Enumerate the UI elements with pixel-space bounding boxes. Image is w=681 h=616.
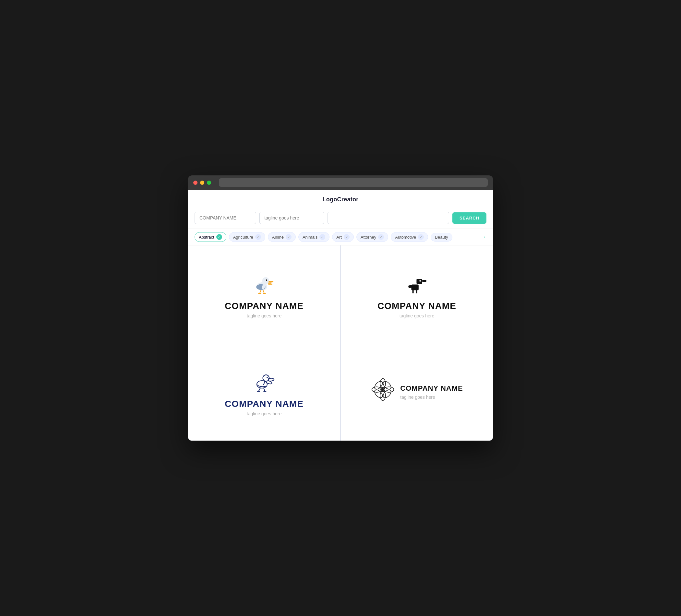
filter-chip-automotive[interactable]: Automotive ✓ bbox=[391, 232, 428, 242]
svg-rect-13 bbox=[416, 290, 417, 293]
filter-chip-animals[interactable]: Animals ✓ bbox=[298, 232, 329, 242]
pelican-black-icon bbox=[404, 270, 430, 296]
logo-1-company-name: COMPANY NAME bbox=[225, 301, 304, 311]
logo-3-tagline: tagline goes here bbox=[247, 411, 281, 416]
app-title: LogoCreator bbox=[322, 196, 358, 203]
check-icon-abstract: ✓ bbox=[216, 234, 222, 240]
svg-rect-12 bbox=[412, 290, 413, 293]
pelican-outline-icon bbox=[250, 368, 279, 393]
svg-point-3 bbox=[266, 280, 267, 281]
search-button[interactable]: SEARCH bbox=[452, 212, 486, 224]
svg-line-18 bbox=[263, 388, 265, 391]
svg-rect-8 bbox=[411, 285, 418, 290]
address-bar bbox=[219, 178, 488, 187]
logo-4-company-name: COMPANY NAME bbox=[400, 384, 463, 393]
filter-label-airline: Airline bbox=[272, 235, 284, 239]
company-name-input[interactable] bbox=[195, 212, 256, 224]
filter-chip-agriculture[interactable]: Agriculture ✓ bbox=[229, 232, 265, 242]
filter-label-agriculture: Agriculture bbox=[233, 235, 253, 239]
check-icon-agriculture: ✓ bbox=[255, 234, 261, 240]
logo-card-2[interactable]: COMPANY NAME tagline goes here bbox=[341, 246, 493, 343]
filter-label-attorney: Attorney bbox=[361, 235, 376, 239]
filter-label-art: Art bbox=[336, 235, 342, 239]
logo-4-inline: COMPANY NAME tagline goes here bbox=[371, 377, 463, 407]
filter-next-arrow[interactable]: → bbox=[481, 234, 486, 240]
check-icon-automotive: ✓ bbox=[418, 234, 424, 240]
svg-rect-9 bbox=[417, 279, 422, 284]
check-icon-art: ✓ bbox=[344, 234, 350, 240]
filter-chip-airline[interactable]: Airline ✓ bbox=[268, 232, 296, 242]
tagline-input[interactable] bbox=[259, 212, 324, 224]
search-bar: SEARCH bbox=[188, 207, 493, 229]
filter-label-automotive: Automotive bbox=[395, 235, 416, 239]
logo-card-1[interactable]: COMPANY NAME tagline goes here bbox=[188, 246, 340, 343]
minimize-button[interactable] bbox=[200, 181, 204, 185]
extra-search-input[interactable] bbox=[328, 212, 449, 224]
logo-grid: COMPANY NAME tagline goes here bbox=[188, 246, 493, 441]
svg-rect-10 bbox=[422, 280, 426, 282]
logo-3-company-name: COMPANY NAME bbox=[225, 399, 304, 409]
pelican-colorful-icon bbox=[250, 270, 279, 296]
svg-point-16 bbox=[263, 375, 269, 381]
check-icon-airline: ✓ bbox=[286, 234, 292, 240]
app-content: LogoCreator SEARCH Abstract ✓ Agricultur… bbox=[188, 190, 493, 441]
svg-line-17 bbox=[258, 388, 260, 391]
filter-chip-abstract[interactable]: Abstract ✓ bbox=[195, 232, 226, 242]
logo-2-company-name: COMPANY NAME bbox=[377, 301, 456, 311]
filter-bar: Abstract ✓ Agriculture ✓ Airline ✓ Anima… bbox=[188, 229, 493, 246]
svg-line-5 bbox=[263, 290, 264, 293]
svg-point-15 bbox=[256, 381, 267, 388]
filter-chip-art[interactable]: Art ✓ bbox=[332, 232, 354, 242]
check-icon-attorney: ✓ bbox=[378, 234, 384, 240]
svg-point-14 bbox=[419, 280, 421, 282]
maximize-button[interactable] bbox=[207, 181, 211, 185]
logo-4-tagline: tagline goes here bbox=[400, 394, 463, 400]
logo-1-tagline: tagline goes here bbox=[247, 313, 281, 318]
flower-icon bbox=[371, 377, 395, 402]
app-header: LogoCreator bbox=[188, 190, 493, 207]
filter-label-beauty: Beauty bbox=[435, 235, 448, 239]
check-icon-animals: ✓ bbox=[320, 234, 325, 240]
logo-4-text-part: COMPANY NAME tagline goes here bbox=[400, 384, 463, 400]
logo-2-tagline: tagline goes here bbox=[400, 313, 434, 318]
close-button[interactable] bbox=[193, 181, 198, 185]
filter-chip-beauty[interactable]: Beauty bbox=[431, 233, 452, 241]
svg-point-31 bbox=[382, 388, 384, 390]
logo-card-3[interactable]: COMPANY NAME tagline goes here bbox=[188, 343, 340, 441]
svg-line-4 bbox=[259, 290, 261, 293]
filter-chip-attorney[interactable]: Attorney ✓ bbox=[356, 232, 388, 242]
browser-window: LogoCreator SEARCH Abstract ✓ Agricultur… bbox=[188, 175, 493, 441]
svg-point-21 bbox=[267, 377, 268, 378]
filter-label-animals: Animals bbox=[303, 235, 318, 239]
filter-label-abstract: Abstract bbox=[199, 235, 215, 239]
logo-card-4[interactable]: COMPANY NAME tagline goes here bbox=[341, 343, 493, 441]
browser-titlebar bbox=[188, 175, 493, 190]
